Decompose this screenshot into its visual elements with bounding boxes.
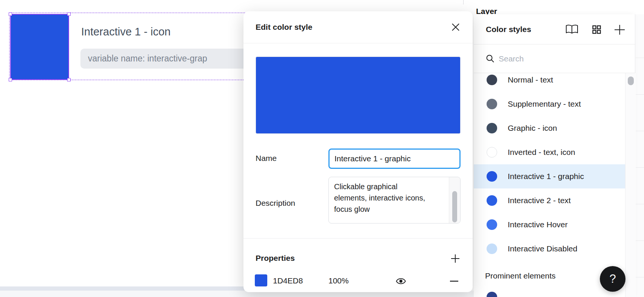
- modal-header-divider: [243, 43, 473, 43]
- visibility-eye-icon[interactable]: [395, 276, 407, 286]
- color-style-label: Normal - text: [508, 75, 553, 84]
- properties-header: Properties: [243, 249, 473, 268]
- help-button[interactable]: ?: [600, 266, 626, 292]
- panel-header: Color styles: [474, 14, 635, 44]
- color-style-swatch-icon: [487, 75, 497, 85]
- color-style-swatch-icon: [487, 243, 497, 254]
- sidebar-section-divider: [636, 94, 644, 95]
- figma-workspace: Interactive 1 - icon variable name: inte…: [0, 0, 644, 297]
- description-textarea[interactable]: Clickable graphical elements, interactiv…: [328, 177, 461, 224]
- modal-title: Edit color style: [256, 23, 313, 32]
- search-row: [474, 44, 635, 73]
- name-label: Name: [256, 154, 277, 163]
- color-style-label: Graphic - icon: [508, 124, 557, 133]
- close-icon[interactable]: [451, 23, 460, 32]
- color-style-swatch-icon: [487, 195, 497, 206]
- search-icon: [486, 54, 495, 63]
- sidebar-section-divider: [636, 277, 644, 277]
- color-styles-panel: Color styles: [474, 14, 635, 297]
- color-style-swatch-icon: [487, 219, 497, 230]
- description-scrollbar-thumb[interactable]: [452, 191, 457, 222]
- canvas-color-swatch[interactable]: [10, 14, 69, 80]
- sidebar-section-divider: [636, 240, 644, 241]
- color-style-row[interactable]: Normal - text: [474, 73, 625, 92]
- property-hex-value[interactable]: 1D4ED8: [273, 276, 303, 285]
- color-style-swatch-icon: [487, 171, 497, 182]
- variable-name-text: variable name: interactive-grap: [88, 54, 207, 64]
- property-row: 1D4ED8 100%: [243, 271, 473, 292]
- right-sidebar-edge-body: [636, 14, 644, 297]
- panel-title: Color styles: [486, 25, 531, 34]
- grid-view-icon[interactable]: [592, 25, 601, 34]
- canvas-next-card-edge: [0, 286, 245, 291]
- variable-name-pill: variable name: interactive-grap: [80, 49, 250, 69]
- color-style-label: Prominent elements: [485, 271, 556, 280]
- style-card-title: Interactive 1 - icon: [81, 26, 171, 38]
- color-style-row[interactable]: Supplementary - text: [474, 92, 625, 116]
- color-style-label: Interactive 1 - graphic: [508, 172, 584, 181]
- color-style-row[interactable]: Interactive Hover: [474, 213, 625, 237]
- canvas-edge-tick: [463, 0, 464, 5]
- color-style-label: Interactive Hover: [508, 220, 568, 229]
- description-label: Description: [256, 199, 295, 208]
- name-input[interactable]: [328, 148, 461, 169]
- color-style-row[interactable]: Inverted - text, icon: [474, 140, 625, 164]
- library-book-icon[interactable]: [565, 24, 579, 34]
- help-question-mark: ?: [609, 272, 616, 286]
- sidebar-section-divider: [636, 167, 644, 168]
- color-style-label: Interactive Disabled: [508, 244, 577, 253]
- description-line: Clickable graphical: [334, 181, 436, 192]
- panel-scrollbar-thumb[interactable]: [628, 77, 634, 85]
- sidebar-section-divider: [636, 58, 644, 58]
- property-opacity-value[interactable]: 100%: [328, 276, 349, 285]
- selection-handle[interactable]: [67, 12, 71, 16]
- selection-handle[interactable]: [9, 12, 12, 16]
- color-style-swatch-icon: [487, 292, 497, 297]
- color-style-swatch-icon: [487, 147, 497, 158]
- right-sidebar-edge: [636, 0, 644, 297]
- edit-color-style-modal: Edit color style Name Description Clicka…: [243, 11, 473, 292]
- panel-scrollbar-track[interactable]: [625, 73, 635, 297]
- color-style-label: Supplementary - text: [508, 100, 581, 109]
- properties-title: Properties: [256, 254, 295, 263]
- description-line: elements, interactive icons,: [334, 192, 436, 204]
- color-style-row[interactable]: Interactive Disabled: [474, 237, 625, 261]
- description-scrollbar-track[interactable]: [449, 177, 460, 223]
- sidebar-section-divider: [636, 204, 644, 204]
- description-text: Clickable graphical elements, interactiv…: [334, 181, 436, 215]
- color-style-swatch-icon: [487, 99, 497, 109]
- search-input[interactable]: [499, 51, 612, 66]
- color-style-row[interactable]: Graphic - icon: [474, 116, 625, 140]
- modal-header: Edit color style: [243, 11, 473, 43]
- selection-handle[interactable]: [67, 78, 71, 81]
- sidebar-section-divider: [636, 131, 644, 131]
- color-style-row[interactable]: Interactive 1 - graphic: [474, 164, 625, 188]
- description-line: focus glow: [334, 204, 436, 215]
- remove-property-icon[interactable]: [449, 277, 459, 286]
- property-color-swatch[interactable]: [255, 274, 267, 286]
- color-style-row[interactable]: Interactive 2 - text: [474, 188, 625, 213]
- color-preview: [256, 57, 461, 134]
- color-style-label: Inverted - text, icon: [508, 148, 575, 157]
- color-styles-list: Normal - text Supplementary - text Graph…: [474, 73, 625, 297]
- add-property-icon[interactable]: [450, 254, 460, 263]
- color-style-swatch-icon: [487, 123, 497, 133]
- add-style-icon[interactable]: [614, 24, 626, 35]
- properties-divider: [243, 238, 473, 239]
- color-style-label: Interactive 2 - text: [508, 196, 571, 205]
- selection-handle[interactable]: [9, 78, 12, 81]
